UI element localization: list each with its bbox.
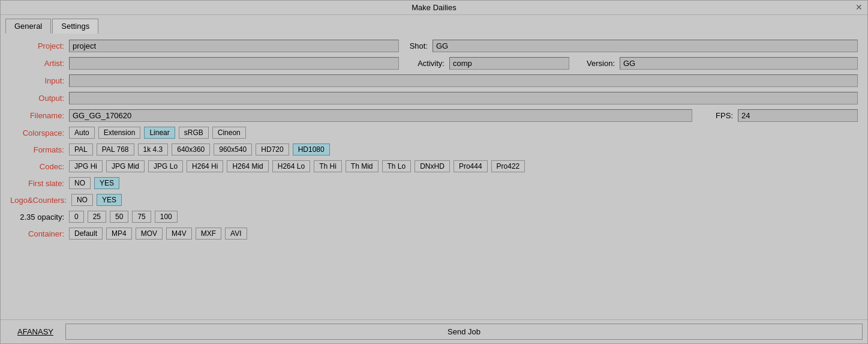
opacity-buttons: 0 25 50 75 100	[69, 211, 178, 223]
format-btn-hd720[interactable]: HD720	[256, 143, 289, 155]
format-btn-pal768[interactable]: PAL 768	[97, 143, 134, 155]
colorspace-btn-cineon[interactable]: Cineon	[212, 127, 246, 139]
first-slate-label: First slate:	[10, 179, 64, 188]
tab-settings[interactable]: Settings	[52, 19, 98, 34]
codec-buttons: JPG Hi JPG Mid JPG Lo H264 Hi H264 Mid H…	[69, 160, 525, 172]
version-label: Version:	[579, 59, 615, 68]
fps-input[interactable]	[738, 109, 858, 122]
row-codec: Codec: JPG Hi JPG Mid JPG Lo H264 Hi H26…	[10, 160, 858, 172]
row-opacity: 2.35 opacity: 0 25 50 75 100	[10, 211, 858, 223]
filename-label: Filename:	[10, 111, 64, 120]
colorspace-btn-auto[interactable]: Auto	[69, 127, 95, 139]
opacity-btn-100[interactable]: 100	[155, 211, 178, 223]
row-input: Input:	[10, 74, 858, 87]
codec-label: Codec:	[10, 162, 64, 171]
logo-btn-no[interactable]: NO	[71, 194, 93, 206]
filename-input[interactable]	[69, 109, 692, 122]
colorspace-buttons: Auto Extension Linear sRGB Cineon	[69, 127, 246, 139]
opacity-btn-0[interactable]: 0	[69, 211, 84, 223]
fps-label: FPS:	[709, 111, 733, 120]
row-project-shot: Project: Shot:	[10, 40, 858, 52]
format-btn-hd1080[interactable]: HD1080	[293, 143, 330, 155]
title-bar: Make Dailies ✕	[1, 1, 867, 15]
container-btn-default[interactable]: Default	[69, 228, 103, 240]
container-btn-mxf[interactable]: MXF	[196, 228, 221, 240]
logo-counters-label: Logo&Counters:	[10, 196, 67, 205]
row-formats: Formats: PAL PAL 768 1k 4.3 640x360 960x…	[10, 143, 858, 155]
main-window: Make Dailies ✕ General Settings Project:…	[0, 0, 868, 344]
slate-btn-yes[interactable]: YES	[94, 177, 119, 189]
row-filename: Filename: FPS:	[10, 109, 858, 122]
shot-label: Shot:	[404, 41, 428, 50]
codec-btn-thmid[interactable]: Th Mid	[346, 160, 379, 172]
activity-label: Activity:	[409, 59, 444, 68]
container-buttons: Default MP4 MOV M4V MXF AVI	[69, 228, 247, 240]
codec-btn-h264hi[interactable]: H264 Hi	[187, 160, 223, 172]
opacity-btn-75[interactable]: 75	[132, 211, 151, 223]
logo-counters-buttons: NO YES	[71, 194, 122, 206]
codec-btn-jpghi[interactable]: JPG Hi	[69, 160, 103, 172]
colorspace-btn-srgb[interactable]: sRGB	[179, 127, 209, 139]
container-label: Container:	[10, 229, 64, 238]
codec-btn-thlo[interactable]: Th Lo	[382, 160, 412, 172]
logo-btn-yes[interactable]: YES	[97, 194, 122, 206]
row-container: Container: Default MP4 MOV M4V MXF AVI	[10, 228, 858, 240]
output-label: Output:	[10, 94, 64, 103]
colorspace-label: Colorspace:	[10, 128, 64, 137]
artist-input[interactable]	[69, 57, 399, 70]
opacity-btn-25[interactable]: 25	[88, 211, 106, 223]
artist-label: Artist:	[10, 59, 64, 68]
codec-btn-pro444[interactable]: Pro444	[453, 160, 488, 172]
container-btn-avi[interactable]: AVI	[225, 228, 247, 240]
format-btn-640x360[interactable]: 640x360	[172, 143, 210, 155]
format-btn-pal[interactable]: PAL	[69, 143, 93, 155]
send-job-button[interactable]: Send Job	[65, 324, 863, 340]
tab-general[interactable]: General	[5, 19, 51, 34]
row-output: Output:	[10, 92, 858, 104]
tab-bar: General Settings	[1, 15, 867, 34]
activity-input[interactable]	[449, 57, 569, 70]
afanasy-button[interactable]: AFANASY	[5, 325, 65, 339]
row-colorspace: Colorspace: Auto Extension Linear sRGB C…	[10, 127, 858, 139]
form-content: Project: Shot: Artist: Activity: Version…	[1, 34, 867, 319]
project-input[interactable]	[69, 40, 399, 52]
first-slate-buttons: NO YES	[69, 177, 119, 189]
formats-label: Formats:	[10, 145, 64, 154]
version-input[interactable]	[620, 57, 858, 70]
codec-btn-pro422[interactable]: Pro422	[491, 160, 525, 172]
window-title: Make Dailies	[412, 3, 456, 12]
row-artist: Artist: Activity: Version:	[10, 57, 858, 70]
format-btn-960x540[interactable]: 960x540	[214, 143, 252, 155]
container-btn-mp4[interactable]: MP4	[106, 228, 132, 240]
container-btn-mov[interactable]: MOV	[136, 228, 163, 240]
opacity-label: 2.35 opacity:	[10, 213, 64, 222]
format-btn-1k43[interactable]: 1k 4.3	[138, 143, 169, 155]
colorspace-btn-linear[interactable]: Linear	[144, 127, 175, 139]
bottom-bar: AFANASY Send Job	[1, 319, 867, 343]
close-button[interactable]: ✕	[855, 2, 863, 12]
opacity-btn-50[interactable]: 50	[110, 211, 128, 223]
row-logo-counters: Logo&Counters: NO YES	[10, 194, 858, 206]
shot-input[interactable]	[433, 40, 858, 52]
input-label: Input:	[10, 76, 64, 85]
project-label: Project:	[10, 41, 64, 50]
codec-btn-h264lo[interactable]: H264 Lo	[272, 160, 310, 172]
codec-btn-h264mid[interactable]: H264 Mid	[227, 160, 268, 172]
codec-btn-thhi[interactable]: Th Hi	[314, 160, 342, 172]
formats-buttons: PAL PAL 768 1k 4.3 640x360 960x540 HD720…	[69, 143, 330, 155]
codec-btn-jpgmid[interactable]: JPG Mid	[106, 160, 145, 172]
codec-btn-dnxhd[interactable]: DNxHD	[415, 160, 450, 172]
row-first-slate: First slate: NO YES	[10, 177, 858, 189]
container-btn-m4v[interactable]: M4V	[166, 228, 192, 240]
colorspace-btn-extension[interactable]: Extension	[98, 127, 141, 139]
slate-btn-no[interactable]: NO	[69, 177, 91, 189]
output-field[interactable]	[69, 92, 858, 104]
input-field[interactable]	[69, 74, 858, 87]
codec-btn-jpglo[interactable]: JPG Lo	[148, 160, 183, 172]
